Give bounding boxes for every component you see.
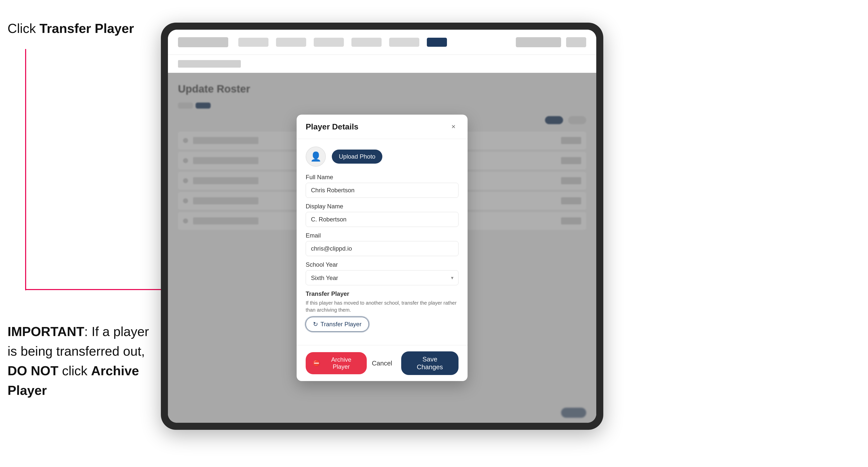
avatar: 👤	[306, 147, 326, 167]
transfer-button-label: Transfer Player	[320, 321, 362, 328]
full-name-label: Full Name	[306, 174, 459, 181]
instruction-bottom: IMPORTANT: If a player is being transfer…	[7, 322, 153, 400]
modal-overlay: Player Details × 👤 Upload Photo	[168, 73, 596, 423]
avatar-section: 👤 Upload Photo	[306, 147, 459, 167]
instruction-bottom-important: IMPORTANT	[7, 324, 84, 339]
email-input[interactable]	[306, 241, 459, 256]
school-year-group: School Year First Year Second Year Third…	[306, 261, 459, 285]
full-name-group: Full Name	[306, 174, 459, 198]
email-label: Email	[306, 232, 459, 239]
nav-item-dashboard[interactable]	[238, 38, 269, 47]
save-changes-button[interactable]: Save Changes	[401, 351, 459, 375]
archive-icon: ⛔	[313, 360, 320, 367]
transfer-icon: ↻	[313, 321, 318, 328]
archive-button-label: Archive Player	[323, 356, 360, 370]
instruction-bottom-do-not: DO NOT	[7, 364, 58, 378]
modal-title: Player Details	[306, 122, 359, 131]
sub-header	[168, 55, 596, 73]
display-name-label: Display Name	[306, 203, 459, 210]
app-nav	[238, 38, 506, 47]
transfer-player-label: Transfer Player	[306, 290, 459, 297]
email-group: Email	[306, 232, 459, 256]
tablet-device: Update Roster	[161, 23, 603, 430]
transfer-player-description: If this player has moved to another scho…	[306, 299, 459, 313]
instruction-top-text: Click	[7, 21, 39, 36]
header-btn-1[interactable]	[516, 37, 561, 47]
app-logo	[178, 37, 228, 47]
breadcrumb	[178, 60, 241, 68]
player-details-modal: Player Details × 👤 Upload Photo	[297, 115, 468, 381]
modal-close-button[interactable]: ×	[448, 122, 459, 132]
modal-footer: ⛔ Archive Player Cancel Save Changes	[297, 345, 468, 381]
nav-item-comments[interactable]	[276, 38, 306, 47]
annotation-line-vertical	[25, 49, 26, 290]
user-icon: 👤	[310, 151, 321, 162]
instruction-bottom-text2: click	[58, 364, 91, 378]
cancel-button[interactable]: Cancel	[367, 355, 397, 371]
instruction-top-bold: Transfer Player	[39, 21, 134, 36]
tablet-screen: Update Roster	[168, 30, 596, 423]
modal-header: Player Details ×	[297, 115, 468, 139]
modal-body: 👤 Upload Photo Full Name Display Name	[297, 139, 468, 345]
archive-player-button[interactable]: ⛔ Archive Player	[306, 352, 367, 374]
school-year-label: School Year	[306, 261, 459, 268]
footer-right-actions: Cancel Save Changes	[367, 351, 459, 375]
transfer-player-section: Transfer Player If this player has moved…	[306, 290, 459, 332]
display-name-group: Display Name	[306, 203, 459, 227]
nav-item-clips[interactable]	[389, 38, 419, 47]
display-name-input[interactable]	[306, 212, 459, 227]
app-header	[168, 30, 596, 55]
school-year-select[interactable]: First Year Second Year Third Year Fourth…	[306, 270, 459, 285]
nav-item-tribes[interactable]	[314, 38, 344, 47]
app-header-right	[516, 37, 586, 47]
full-name-input[interactable]	[306, 183, 459, 198]
header-btn-2[interactable]	[566, 37, 586, 47]
instruction-top: Click Transfer Player	[7, 20, 134, 37]
content-area: Update Roster	[168, 73, 596, 423]
school-year-select-wrapper: First Year Second Year Third Year Fourth…	[306, 270, 459, 285]
upload-photo-button[interactable]: Upload Photo	[332, 150, 382, 164]
nav-item-courses[interactable]	[351, 38, 381, 47]
transfer-player-button[interactable]: ↻ Transfer Player	[306, 317, 369, 332]
nav-item-teams[interactable]	[427, 38, 447, 47]
